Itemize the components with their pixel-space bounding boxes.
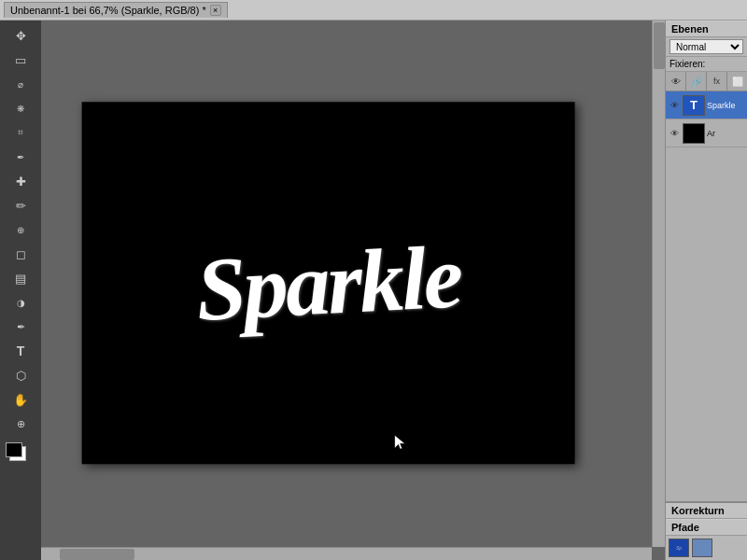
canvas-region: Sparkle — [41, 21, 665, 560]
sparkle-text-layer: Sparkle — [193, 224, 462, 342]
eyedropper-tool[interactable]: ✒ — [7, 146, 34, 168]
cursor-indicator — [395, 435, 408, 454]
left-toolbar: ✥ ▭ ⌀ ❋ ⌗ ✒ ✚ ✏ ⊕ ◻ ▤ ◑ ✒ T ⬡ ✋ ⊕ — [0, 21, 41, 560]
layer-visibility-bg[interactable]: 👁 — [668, 127, 681, 140]
corrections-label: Korrekturn — [671, 505, 725, 516]
link-icon[interactable]: 🔗 — [686, 72, 707, 91]
layer-visibility-text[interactable]: 👁 — [668, 99, 681, 112]
right-sidebar: Ebenen Normal Fixieren: 👁 🔗 fx ⬜ � — [665, 21, 747, 560]
paths-panel-header: Pfade — [666, 519, 747, 536]
pen-tool[interactable]: ✒ — [7, 315, 34, 338]
layer-name-bg: Ar — [707, 129, 745, 138]
document-tab[interactable]: Unbenannt-1 bei 66,7% (Sparkle, RGB/8) *… — [4, 2, 228, 18]
clone-tool[interactable]: ⊕ — [7, 218, 34, 241]
path-item-1[interactable]: Sp — [666, 536, 747, 560]
lasso-tool[interactable]: ⌀ — [7, 73, 34, 95]
layer-preview-bg — [683, 123, 705, 144]
blend-mode-row: Normal — [666, 37, 747, 57]
hand-tool[interactable]: ✋ — [7, 388, 34, 411]
marquee-tool[interactable]: ▭ — [7, 49, 34, 71]
canvas-text: Sparkle — [193, 226, 462, 340]
horizontal-scrollbar[interactable] — [41, 547, 652, 560]
app: Unbenannt-1 bei 66,7% (Sparkle, RGB/8) *… — [0, 0, 747, 560]
mask-icon[interactable]: ⬜ — [727, 72, 747, 91]
blur-tool[interactable]: ◑ — [7, 291, 34, 314]
layer-name-text: Sparkle — [707, 101, 745, 110]
paths-label: Pfade — [671, 522, 699, 533]
vertical-scrollbar[interactable] — [652, 21, 665, 547]
svg-marker-0 — [395, 435, 405, 449]
color-swatches — [6, 441, 35, 467]
brush-tool[interactable]: ✏ — [7, 194, 34, 217]
fixieren-label: Fixieren: — [669, 59, 705, 69]
horizontal-scrollbar-thumb[interactable] — [60, 549, 134, 560]
layer-item-sparkle-text[interactable]: 👁 T Sparkle — [666, 91, 747, 119]
path-preview-1: Sp — [669, 539, 689, 557]
work-area: ✥ ▭ ⌀ ❋ ⌗ ✒ ✚ ✏ ⊕ ◻ ▤ ◑ ✒ T ⬡ ✋ ⊕ — [0, 21, 747, 560]
vertical-scrollbar-thumb[interactable] — [654, 22, 665, 69]
layers-icon-row: 👁 🔗 fx ⬜ — [666, 72, 747, 91]
fx-icon[interactable]: fx — [707, 72, 727, 91]
text-tool[interactable]: T — [7, 340, 34, 362]
layers-label: Ebenen — [671, 23, 709, 35]
shape-tool[interactable]: ⬡ — [7, 364, 34, 386]
crop-tool[interactable]: ⌗ — [7, 121, 34, 144]
corrections-panel-header: Korrekturn — [666, 501, 747, 519]
layers-spacer — [666, 147, 747, 501]
blend-mode-select[interactable]: Normal — [669, 39, 743, 54]
gradient-tool[interactable]: ▤ — [7, 267, 34, 289]
eraser-tool[interactable]: ◻ — [7, 243, 34, 265]
layers-panel-header: Ebenen — [666, 21, 747, 37]
move-tool[interactable]: ✥ — [7, 24, 34, 47]
fixieren-row: Fixieren: — [666, 57, 747, 72]
zoom-tool[interactable]: ⊕ — [7, 413, 34, 435]
layer-preview-text: T — [683, 95, 705, 116]
quick-select-tool[interactable]: ❋ — [7, 97, 34, 119]
eye-icon[interactable]: 👁 — [666, 72, 686, 91]
tab-label: Unbenannt-1 bei 66,7% (Sparkle, RGB/8) * — [10, 5, 206, 16]
spot-heal-tool[interactable]: ✚ — [7, 170, 34, 192]
tab-bar: Unbenannt-1 bei 66,7% (Sparkle, RGB/8) *… — [0, 0, 747, 21]
foreground-color-swatch[interactable] — [6, 442, 22, 457]
layer-item-background[interactable]: 👁 Ar — [666, 119, 747, 147]
path-preview-2 — [692, 539, 712, 557]
document-canvas: Sparkle — [82, 102, 575, 464]
tab-close-button[interactable]: × — [210, 5, 221, 16]
